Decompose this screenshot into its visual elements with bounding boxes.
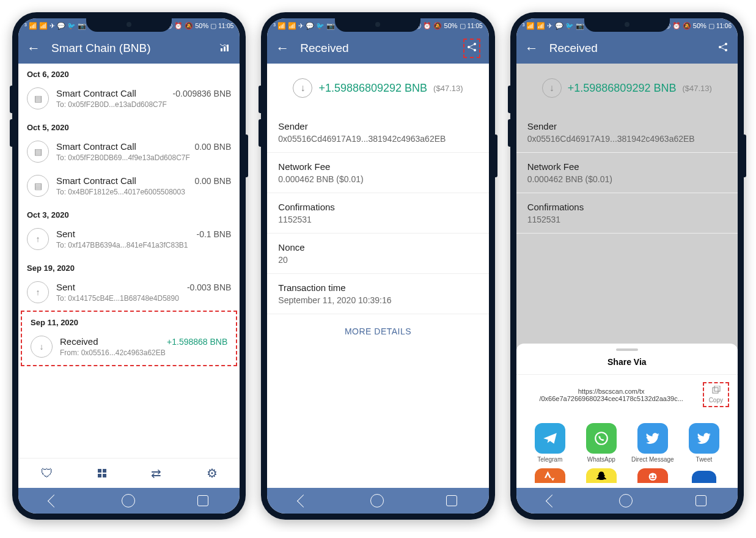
snapchat-icon [586,468,617,483]
contract-icon: ▤ [27,87,49,109]
svg-point-18 [653,476,655,477]
tx-row[interactable]: ↑ Sent -0.1 BNB To: 0xf147BB6394a...841e… [18,223,240,257]
amount-usd: ($47.13) [433,84,463,93]
nav-home-icon[interactable] [619,494,633,507]
share-whatsapp[interactable]: WhatsApp [578,423,625,463]
field-network-fee: Network Fee 0.000462 BNB ($0.01) [516,153,738,193]
phone-1: ³ 📶 📶 ✈ 💬 🐦 📷 Ⓝ ⏰ 🔕 50% ▢ 11:05 ← Smart … [12,12,246,520]
svg-rect-0 [221,48,222,51]
back-button[interactable]: ← [276,40,289,56]
nav-recent-icon[interactable] [197,495,208,506]
twitter-icon [637,423,668,454]
nav-home-icon[interactable] [370,494,384,507]
tx-row[interactable]: ↑ Sent -0.003 BNB To: 0x14175cB4E...1B68… [18,276,240,311]
app-bar: ← Received [267,33,488,64]
swap-icon[interactable]: ⇄ [151,466,161,481]
tx-row[interactable]: ▤ Smart Contract Call 0.00 BNB To: 0x4B0… [18,170,240,204]
nav-home-icon[interactable] [122,494,135,507]
share-direct-message[interactable]: Direct Message [629,423,677,463]
drag-handle[interactable] [616,348,638,351]
phone-3: ³ 📶 📶 ✈ 💬 🐦 📷 Ⓝ ⏰ 🔕 50% ▢ 11:06 ← Receiv… [510,12,744,520]
field-confirmations: Confirmations 1152531 [267,193,488,234]
amount-usd: ($47.13) [682,84,711,93]
nav-back-icon[interactable] [546,494,559,507]
share-button[interactable] [463,39,480,58]
highlighted-tx: Sep 11, 2020 ↓ Received +1.598868 BNB Fr… [21,311,237,366]
svg-point-17 [650,476,652,477]
system-nav [18,488,240,514]
share-app-partial[interactable] [680,468,728,485]
system-nav [516,488,738,514]
apps-icon[interactable] [98,469,106,477]
whatsapp-icon [586,423,617,454]
page-title: Received [549,42,706,55]
sent-icon: ↑ [27,281,49,303]
field-sender: Sender 0x05516Cd46917A19...381942c4963a6… [267,112,488,153]
share-tweet[interactable]: Tweet [680,423,728,463]
tx-row[interactable]: ▤ Smart Contract Call 0.00 BNB To: 0x05f… [18,136,240,170]
received-icon: ↓ [31,336,53,358]
gear-icon[interactable]: ⚙ [207,466,218,481]
bottom-nav: 🛡 ⇄ ⚙ [18,458,240,488]
svg-rect-2 [227,45,229,51]
field-confirmations: Confirmations 1152531 [516,193,738,234]
tx-row[interactable]: ↓ Received +1.598868 BNB From: 0x05516..… [22,331,236,365]
field-sender: Sender 0x05516Cd46917A19...381942c4963a6… [516,112,738,153]
outlook-icon [692,471,716,483]
share-app-partial[interactable] [629,468,677,485]
svg-point-16 [648,473,656,481]
reddit-icon [637,468,668,483]
app-bar: ← Received [516,33,738,64]
tx-row[interactable]: ▤ Smart Contract Call -0.009836 BNB To: … [18,83,240,117]
nav-recent-icon[interactable] [446,495,457,506]
twitter-icon [689,423,719,454]
nav-back-icon[interactable] [48,494,61,507]
svg-point-15 [595,432,607,444]
share-button[interactable] [717,41,729,56]
share-sheet[interactable]: Share Via https://bscscan.com/tx /0x66e7… [516,344,738,488]
telegram-icon [535,423,565,454]
field-nonce: Nonce 20 [267,234,488,274]
share-app-partial[interactable] [578,468,625,485]
received-icon: ↓ [293,78,312,98]
sent-icon: ↑ [27,228,49,250]
svg-rect-14 [714,386,720,391]
svg-rect-1 [224,46,226,51]
copy-button[interactable]: Copy [703,382,729,407]
contract-icon: ▤ [27,175,49,197]
date-header: Oct 3, 2020 [18,204,240,223]
share-title: Share Via [516,357,738,375]
date-header: Sep 19, 2020 [18,257,240,276]
svg-rect-13 [713,388,718,393]
share-app-partial[interactable] [526,468,574,485]
page-title: Smart Chain (BNB) [51,42,209,55]
back-button[interactable]: ← [525,40,538,56]
tx-list[interactable]: Oct 6, 2020 ▤ Smart Contract Call -0.009… [18,64,240,458]
svg-line-7 [469,47,475,50]
share-telegram[interactable]: Telegram [526,423,574,463]
svg-line-12 [720,47,726,50]
nav-back-icon[interactable] [296,494,309,507]
shield-icon[interactable]: 🛡 [41,466,53,481]
svg-line-11 [720,44,726,47]
amount: +1.59886809292 BNB [318,82,427,95]
svg-line-6 [469,44,475,47]
nav-recent-icon[interactable] [695,495,706,506]
date-header: Oct 5, 2020 [18,117,240,136]
field-time: Transaction time September 11, 2020 10:3… [267,274,488,314]
phone-2: ³ 📶 📶 ✈ 💬 🐦 📷 Ⓝ ⏰ 🔕 50% ▢ 11:05 ← Receiv… [261,12,494,520]
system-nav [267,488,488,514]
app-bar: ← Smart Chain (BNB) [18,33,240,64]
field-network-fee: Network Fee 0.000462 BNB ($0.01) [267,153,488,193]
more-details-button[interactable]: MORE DETAILS [267,314,488,348]
chart-icon[interactable] [220,42,231,55]
share-url: https://bscscan.com/tx /0x66e7a726696802… [525,388,698,402]
page-title: Received [300,42,452,55]
received-icon: ↓ [542,78,562,98]
amount: +1.59886809292 BNB [568,82,677,95]
date-header: Oct 6, 2020 [18,64,240,83]
date-header: Sep 11, 2020 [22,312,236,331]
back-button[interactable]: ← [27,40,40,56]
contract-icon: ▤ [27,141,49,163]
tx-detail: ↓ +1.59886809292 BNB ($47.13) Sender 0x0… [267,64,488,488]
